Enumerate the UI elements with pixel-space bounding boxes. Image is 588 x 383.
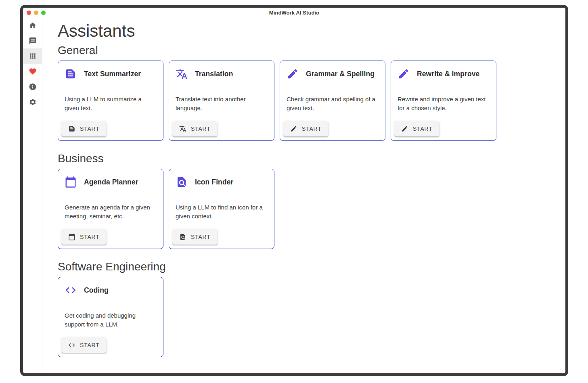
- card-description: Check grammar and spelling of a given te…: [287, 95, 379, 113]
- card-title: Grammar & Spelling: [306, 70, 375, 78]
- card-header: Grammar & Spelling: [287, 68, 379, 80]
- card-description: Rewrite and improve a given text for a c…: [398, 95, 490, 113]
- title-bar: MindWork AI Studio: [23, 8, 565, 18]
- assistant-card-text-summarizer: Text Summarizer Using a LLM to summarize…: [58, 61, 163, 141]
- card-title: Text Summarizer: [84, 70, 141, 78]
- apps-grid-icon: [29, 52, 37, 60]
- card-description: Get coding and debugging support from a …: [65, 311, 157, 329]
- cards-row-software-engineering: Coding Get coding and debugging support …: [58, 277, 557, 357]
- assistant-card-agenda-planner: Agenda Planner Generate an agenda for a …: [58, 169, 163, 249]
- card-title: Coding: [84, 286, 109, 295]
- cards-row-business: Agenda Planner Generate an agenda for a …: [58, 169, 557, 249]
- card-description: Using a LLM to find an icon for a given …: [176, 203, 268, 221]
- card-description: Generate an agenda for a given meeting, …: [65, 203, 157, 221]
- section-title-business: Business: [58, 151, 557, 165]
- card-description: Using a LLM to summarize a given text.: [65, 95, 157, 113]
- calendar-icon: [68, 233, 75, 241]
- section-software-engineering: Software Engineering Coding Get coding a…: [58, 260, 557, 357]
- home-icon: [29, 21, 37, 29]
- close-window-button[interactable]: [27, 10, 31, 15]
- start-coding-button[interactable]: START: [61, 337, 107, 353]
- card-title: Icon Finder: [195, 178, 233, 186]
- card-header: Coding: [65, 284, 157, 296]
- start-button-label: START: [191, 126, 211, 132]
- pencil-icon: [398, 68, 410, 80]
- find-in-page-icon: [179, 233, 186, 241]
- assistant-card-translation: Translation Translate text into another …: [169, 61, 274, 141]
- traffic-lights: [27, 8, 46, 18]
- card-title: Translation: [195, 70, 233, 78]
- start-icon-finder-button[interactable]: START: [172, 229, 218, 245]
- pencil-icon: [401, 125, 408, 132]
- translate-icon: [176, 68, 188, 80]
- code-icon: [65, 284, 77, 296]
- sidebar-item-home[interactable]: [23, 18, 42, 33]
- pencil-icon: [287, 68, 299, 80]
- sidebar-item-settings[interactable]: [23, 94, 42, 110]
- assistant-card-icon-finder: Icon Finder Using a LLM to find an icon …: [169, 169, 274, 249]
- sidebar-item-assistants[interactable]: [23, 48, 42, 64]
- assistant-card-rewrite-improve: Rewrite & Improve Rewrite and improve a …: [391, 61, 496, 141]
- card-header: Icon Finder: [176, 176, 268, 188]
- section-business: Business Agenda Planner Generate an agen…: [58, 151, 557, 249]
- start-translation-button[interactable]: START: [172, 121, 218, 136]
- card-header: Rewrite & Improve: [398, 68, 490, 80]
- app-body: Assistants General Text Summarizer Using…: [23, 18, 565, 373]
- zoom-window-button[interactable]: [41, 10, 46, 15]
- card-description: Translate text into another language.: [176, 95, 268, 113]
- calendar-icon: [65, 176, 77, 188]
- cards-row-general: Text Summarizer Using a LLM to summarize…: [58, 61, 557, 141]
- start-rewrite-improve-button[interactable]: START: [394, 121, 439, 136]
- sidebar: [23, 18, 42, 373]
- find-in-page-icon: [176, 176, 188, 188]
- chat-icon: [29, 37, 37, 45]
- start-grammar-spelling-button[interactable]: START: [283, 121, 329, 136]
- card-header: Translation: [176, 68, 268, 80]
- card-title: Agenda Planner: [84, 178, 138, 186]
- settings-gear-icon: [29, 98, 37, 106]
- translate-icon: [179, 125, 186, 132]
- start-text-summarizer-button[interactable]: START: [61, 121, 107, 136]
- page-title: Assistants: [58, 21, 557, 41]
- start-agenda-planner-button[interactable]: START: [61, 229, 107, 245]
- assistant-card-coding: Coding Get coding and debugging support …: [58, 277, 163, 357]
- start-button-label: START: [80, 126, 100, 132]
- assistant-card-grammar-spelling: Grammar & Spelling Check grammar and spe…: [280, 61, 385, 141]
- heart-icon: [29, 67, 37, 75]
- sidebar-item-about[interactable]: [23, 79, 42, 94]
- text-snippet-icon: [65, 68, 77, 80]
- text-snippet-icon: [68, 125, 75, 132]
- start-button-label: START: [80, 342, 100, 348]
- info-icon: [29, 83, 37, 91]
- section-title-general: General: [58, 43, 557, 57]
- window-title: MindWork AI Studio: [269, 10, 320, 16]
- code-icon: [68, 341, 75, 349]
- section-general: General Text Summarizer Using a LLM to s…: [58, 43, 557, 141]
- start-button-label: START: [191, 234, 211, 240]
- minimize-window-button[interactable]: [34, 10, 38, 15]
- start-button-label: START: [80, 234, 100, 240]
- section-title-software-engineering: Software Engineering: [58, 260, 557, 274]
- main-content: Assistants General Text Summarizer Using…: [42, 18, 565, 373]
- start-button-label: START: [302, 126, 322, 132]
- sidebar-item-supporters[interactable]: [23, 64, 42, 79]
- card-title: Rewrite & Improve: [417, 70, 479, 78]
- card-header: Agenda Planner: [65, 176, 157, 188]
- sidebar-item-chats[interactable]: [23, 33, 42, 48]
- card-header: Text Summarizer: [65, 68, 157, 80]
- start-button-label: START: [413, 126, 433, 132]
- app-window: MindWork AI Studio Assistants: [20, 5, 568, 376]
- pencil-icon: [290, 125, 297, 132]
